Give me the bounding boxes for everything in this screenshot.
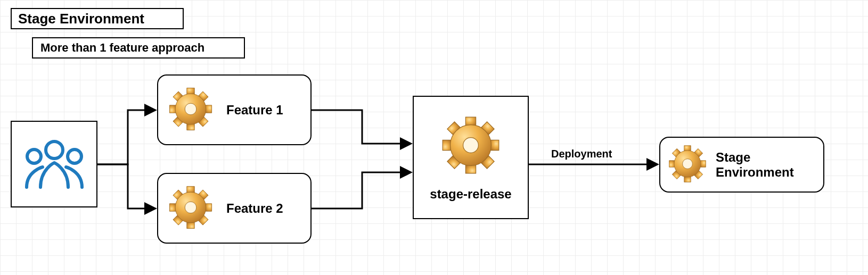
stage-environment-label: Stage Environment — [716, 150, 794, 179]
node-stage-environment: Stage Environment — [659, 137, 824, 193]
title-text: Stage Environment — [18, 11, 144, 27]
team-icon — [17, 134, 92, 195]
stage-release-label: stage-release — [430, 187, 511, 202]
svg-point-6 — [185, 202, 196, 213]
svg-point-0 — [46, 141, 63, 159]
stage-env-line2: Environment — [716, 165, 794, 179]
svg-point-2 — [68, 149, 81, 163]
node-team — [11, 121, 97, 207]
svg-point-1 — [27, 149, 41, 163]
title-box: Stage Environment — [11, 8, 184, 29]
gear-icon — [167, 85, 215, 135]
subtitle-box: More than 1 feature approach — [32, 37, 245, 59]
feature-1-label: Feature 1 — [226, 103, 283, 118]
feature-2-label: Feature 2 — [226, 201, 283, 216]
edge-deployment-label: Deployment — [551, 148, 612, 160]
subtitle-text: More than 1 feature approach — [40, 41, 204, 55]
svg-point-4 — [185, 103, 196, 115]
gear-icon — [167, 184, 215, 234]
node-feature-1: Feature 1 — [157, 74, 312, 145]
diagram-canvas: Stage Environment More than 1 feature ap… — [0, 0, 868, 275]
stage-env-line1: Stage — [716, 150, 750, 164]
svg-point-8 — [463, 138, 479, 153]
gear-icon — [667, 143, 708, 187]
svg-point-10 — [683, 159, 693, 169]
node-stage-release: stage-release — [413, 96, 529, 219]
gear-icon — [439, 113, 503, 179]
node-feature-2: Feature 2 — [157, 173, 312, 244]
